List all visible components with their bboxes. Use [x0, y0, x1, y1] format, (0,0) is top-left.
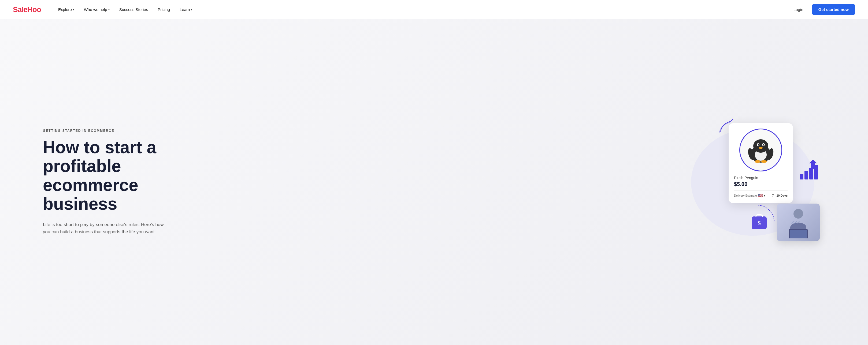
chevron-down-icon: ▾ — [108, 8, 110, 11]
nav-right: Login Get started now — [790, 4, 855, 15]
navbar: SaleHoo Explore ▾ Who we help ▾ Success … — [0, 0, 868, 19]
flag-icon: 🇺🇸 — [758, 194, 763, 198]
nav-success-stories[interactable]: Success Stories — [115, 5, 153, 14]
growth-chart-icon — [798, 158, 820, 182]
product-card: ✓ — [728, 123, 793, 203]
svg-rect-15 — [814, 165, 818, 179]
hero-content: GETTING STARTED IN ECOMMERCE How to star… — [43, 129, 204, 236]
svg-text:S: S — [757, 220, 761, 226]
svg-point-10 — [754, 160, 761, 163]
site-logo[interactable]: SaleHoo — [13, 5, 41, 14]
hero-eyebrow: GETTING STARTED IN ECOMMERCE — [43, 129, 204, 133]
nav-links: Explore ▾ Who we help ▾ Success Stories … — [54, 5, 790, 14]
chevron-down-icon: ▾ — [191, 8, 192, 11]
delivery-days: 7 - 10 Days — [772, 194, 787, 197]
svg-point-6 — [763, 144, 765, 146]
person-silhouette — [785, 206, 812, 238]
nav-pricing[interactable]: Pricing — [153, 5, 174, 14]
svg-rect-12 — [800, 174, 803, 179]
checkmark-badge: ✓ — [739, 129, 747, 136]
product-name: Plush Penguin — [734, 176, 787, 180]
svg-point-18 — [794, 209, 803, 218]
person-photo-card — [777, 204, 820, 241]
svg-point-7 — [759, 147, 763, 149]
chart-widget — [798, 158, 820, 183]
svg-point-4 — [758, 144, 759, 146]
shopify-icon: S — [749, 211, 769, 230]
nav-explore[interactable]: Explore ▾ — [54, 5, 79, 14]
hero-title: How to start a profitable ecommerce busi… — [43, 138, 204, 213]
svg-point-11 — [761, 160, 767, 163]
delivery-label: Delivery Estimate 🇺🇸 ▾ — [734, 194, 765, 198]
deco-lines — [718, 118, 734, 135]
penguin-illustration — [745, 137, 777, 163]
chevron-down-icon: ▾ — [73, 8, 74, 11]
chevron-down-icon: ▾ — [764, 194, 765, 197]
svg-point-2 — [753, 139, 768, 153]
nav-learn[interactable]: Learn ▾ — [175, 5, 196, 14]
hero-illustration: ✓ — [204, 112, 825, 252]
get-started-button[interactable]: Get started now — [812, 4, 855, 15]
product-image-circle: ✓ — [739, 129, 782, 171]
svg-rect-13 — [804, 171, 808, 179]
login-button[interactable]: Login — [790, 5, 807, 14]
hero-section: GETTING STARTED IN ECOMMERCE How to star… — [0, 19, 868, 345]
person-placeholder — [777, 204, 820, 241]
hero-subtitle: Life is too short to play by someone els… — [43, 221, 172, 236]
nav-who-we-help[interactable]: Who we help ▾ — [80, 5, 114, 14]
svg-rect-14 — [809, 168, 813, 179]
shopify-bag-icon: S — [749, 211, 769, 230]
product-price: $5.00 — [734, 181, 787, 187]
delivery-info: Delivery Estimate 🇺🇸 ▾ 7 - 10 Days — [734, 191, 787, 198]
svg-rect-20 — [790, 230, 807, 238]
